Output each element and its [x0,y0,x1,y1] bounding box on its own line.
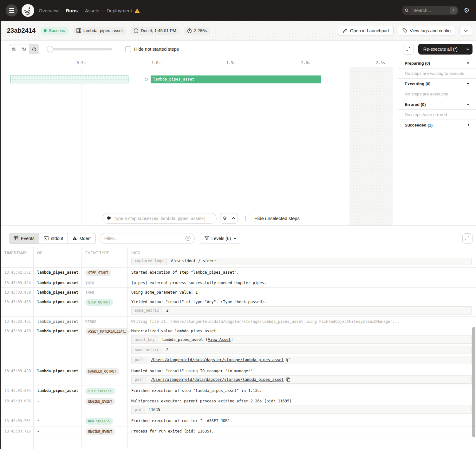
event-log-row[interactable]: 13:45:03.470lambda_pipes_assetASSET_MATE… [0,326,476,366]
event-message: [pipes] external process successfully op… [131,280,472,285]
tab-events[interactable]: Events [9,233,39,244]
event-timestamp: 13:45:03.498 [0,366,33,386]
event-log-row[interactable]: 13:45:03.453lambda_pipes_assetSTEP_OUTPU… [0,297,476,317]
event-timestamp: 13:45:03.701 [0,416,33,426]
event-op: lambda_pipes_asset [33,297,82,316]
metadata-value: /Users/alangenfeld/data/dagster/storage/… [147,376,471,383]
section-executing-message: No steps are executing [398,89,476,99]
section-succeeded[interactable]: Succeeded (1) [398,120,476,130]
event-log-row[interactable]: 13:45:03.461lambda_pipes_assetDEBUGWriti… [0,317,476,326]
gantt-view-mode-group [9,44,39,54]
levels-dropdown-button[interactable]: Levels (6) [200,233,241,244]
gantt-axis-tick: 1.5s [226,58,236,67]
event-type-cell [82,437,127,449]
event-log-row[interactable]: 13:45:03.424lambda_pipes_assetINFO[pipes… [0,278,476,288]
gantt-zoom-slider[interactable] [47,46,112,52]
col-info: INFO [127,247,476,258]
metadata-entry: some_metric2 [131,346,472,354]
view-tags-config-label: View tags and config [410,28,451,33]
section-title: Errored (0) [405,102,426,107]
hide-not-started-checkbox-row[interactable]: Hide not started steps [122,46,179,52]
event-message: Writing file at: /Users/alangenfeld/data… [131,319,472,324]
hide-unselected-checkbox[interactable] [245,216,251,221]
gantt-chart: 0.5s1.0s1.5s2.0s2.5s lambda_pipes_asset … [0,58,398,225]
copy-icon[interactable] [286,377,290,382]
event-log-row[interactable]: captured_logsView stdout / stderr [0,258,476,268]
path-link[interactable]: /Users/alangenfeld/data/dagster/storage/… [151,377,284,382]
nav-item-assets[interactable]: Assets [85,8,99,13]
event-info: Finished execution of run for "__ASSET_J… [127,416,476,426]
step-subset-input-wrap: ✱ [102,213,217,224]
event-log-row[interactable]: 13:45:03.716-ENGINE_EVENTProcess for run… [0,426,476,437]
event-log-row[interactable]: 13:45:03.505lambda_pipes_assetSTEP_SUCCE… [0,386,476,396]
event-log-row[interactable]: 13:45:02.372lambda_pipes_assetSTEP_START… [0,268,476,278]
tab-stderr[interactable]: stderr [68,233,96,244]
slider-knob[interactable] [47,46,53,52]
gantt-step-bar[interactable]: lambda_pipes_asset [151,75,321,83]
run-header-more-button[interactable] [460,26,472,36]
collapse-panel-button[interactable] [229,213,238,223]
event-type-cell: ENGINE_EVENT [82,426,127,437]
event-message: Finished execution of run for "__ASSET_J… [131,418,472,423]
search-icon [403,7,411,14]
search-bar[interactable]: / [402,6,459,15]
job-tag[interactable]: lambda_pipes_asset [73,27,126,35]
nav-item-runs[interactable]: Runs [66,8,78,13]
step-subset-input[interactable] [114,216,212,221]
view-asset-link[interactable]: View Asset [208,337,231,342]
metadata-entry: captured_logsView stdout / stderr [131,258,472,265]
filter-input[interactable] [104,236,185,241]
dagster-logo-icon[interactable] [22,4,34,17]
events-scrollbar[interactable] [472,327,475,437]
event-log-row[interactable]: 13:45:03.701-RUN_SUCCESSFinished executi… [0,416,476,426]
hamburger-menu-button[interactable] [6,4,18,16]
event-log-row[interactable] [0,437,476,449]
open-in-launchpad-button[interactable]: Open in Launchpad [338,26,394,36]
section-preparing[interactable]: Preparing (0) [398,58,476,68]
gantt-fullscreen-button[interactable] [403,44,414,55]
gantt-axis-tick: 2.5s [376,58,385,67]
metadata-entry: path/Users/alangenfeld/data/dagster/stor… [131,356,472,364]
tab-stdout[interactable]: stdout [39,233,68,244]
event-op: lambda_pipes_asset [33,326,82,366]
copy-icon[interactable] [286,358,290,362]
event-info: Handled output "result" using IO manager… [127,366,476,386]
search-input[interactable] [413,8,445,13]
step-subset-row: ✱ Hide unselected steps [0,213,398,224]
view-tags-config-button[interactable]: View tags and config [398,26,455,36]
filter-input-wrap [100,233,195,244]
view-mode-waterfall-button[interactable] [19,44,29,54]
graph-query-buttons [220,213,238,224]
caret-down-icon [467,62,469,64]
graph-layers-button[interactable] [220,213,229,223]
metadata-text: 11635 [149,407,160,412]
nav-item-overview[interactable]: Overview [39,8,59,13]
metadata-key: asset_key [132,336,158,343]
events-table-body: captured_logsView stdout / stderr13:45:0… [0,258,476,449]
section-errored[interactable]: Errored (0) [398,99,476,110]
hide-not-started-checkbox[interactable] [125,46,131,52]
hide-unselected-checkbox-row[interactable]: Hide unselected steps [242,216,300,221]
view-mode-duration-button[interactable] [29,44,39,54]
status-label: Success [49,28,65,33]
metadata-text: View stdout / stderr [171,258,217,264]
reexecute-all-button[interactable]: Re-execute all (*) [418,44,463,55]
reexecute-dropdown-button[interactable] [463,44,473,55]
clear-filter-icon[interactable] [185,236,191,241]
event-type-cell: STEP_START [82,268,127,278]
nav-item-deployment[interactable]: Deployment [107,8,140,13]
view-mode-flat-button[interactable] [9,44,19,54]
event-log-row[interactable]: 13:45:03.498lambda_pipes_assetHANDLED_OU… [0,366,476,386]
gantt-waiting-box [10,75,128,83]
event-op: lambda_pipes_asset [33,278,82,287]
section-executing[interactable]: Executing (0) [398,79,476,89]
tag-icon [402,28,407,33]
path-link[interactable]: /Users/alangenfeld/data/dagster/storage/… [151,357,284,362]
caret-right-icon [468,124,469,126]
event-type-badge: DEBUG [85,319,96,324]
event-type-badge: ENGINE_EVENT [85,428,115,435]
event-log-row[interactable]: 13:45:03.438lambda_pipes_assetINFOUsing … [0,288,476,297]
event-log-row[interactable]: 13:45:03.696-ENGINE_EVENTMultiprocess ex… [0,396,476,416]
events-fullscreen-button[interactable] [462,233,473,244]
settings-gear-icon[interactable]: ⚙ [464,7,470,14]
